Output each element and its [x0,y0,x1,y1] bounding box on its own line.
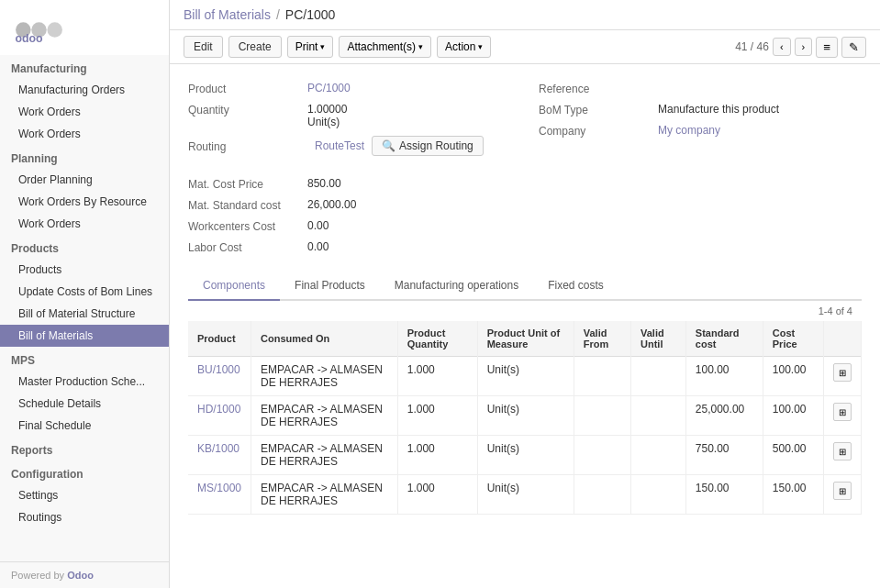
action-dropdown[interactable]: Action ▾ [437,36,491,58]
company-link[interactable]: My company [658,124,720,137]
sidebar-item-order-planning[interactable]: Order Planning [0,169,169,191]
quantity-label: Quantity [188,103,307,116]
cell-uom-0: Unit(s) [477,357,574,396]
breadcrumb: Bill of Materials / PC/1000 [184,7,335,22]
pagination: 41 / 46 ‹ › ≡ ✎ [735,37,866,58]
product-link-0[interactable]: BU/1000 [197,363,240,376]
table-row: HD/1000 EMPACAR -> ALMASEN DE HERRAJES 1… [188,396,862,436]
cell-cost-price-0: 100.00 [763,357,823,396]
sidebar-item-manufacturing-orders[interactable]: Manufacturing Orders [0,79,169,101]
edit-button[interactable]: Edit [184,36,223,58]
cell-consumed-on-2: EMPACAR -> ALMASEN DE HERRAJES [251,436,398,475]
cell-valid-until-0 [631,357,686,396]
sidebar-item-work-orders-1[interactable]: Work Orders [0,101,169,123]
cell-quantity-3: 1.000 [397,475,477,515]
assign-routing-label: Assign Routing [399,139,473,152]
quantity-field-row: Quantity 1.00000 Unit(s) [188,99,511,132]
pagination-next-button[interactable]: › [795,38,813,56]
product-link-1[interactable]: HD/1000 [197,403,240,416]
cell-actions-1: ⊞ [823,396,861,436]
table-header-row: Product Consumed On Product Quantity Pro… [188,321,862,357]
quantity-number: 1.00000 [307,103,347,116]
routing-field-row: Routing RouteTest 🔍 Assign Routing [188,132,511,160]
cell-actions-3: ⊞ [823,475,861,515]
sidebar-item-final-schedule[interactable]: Final Schedule [0,415,169,437]
tab-components[interactable]: Components [188,272,280,301]
form-area: Product PC/1000 Quantity 1.00000 Unit(s) [170,64,880,588]
list-view-button[interactable]: ≡ [816,37,838,58]
cell-cost-price-1: 100.00 [763,396,823,436]
odoo-logo: odoo [14,14,155,46]
table-row: KB/1000 EMPACAR -> ALMASEN DE HERRAJES 1… [188,436,862,475]
tab-fixed-costs[interactable]: Fixed costs [533,272,618,301]
sidebar-item-update-costs[interactable]: Update Costs of Bom Lines [0,281,169,303]
table-row: MS/1000 EMPACAR -> ALMASEN DE HERRAJES 1… [188,475,862,515]
cell-valid-from-2 [574,436,630,475]
sidebar-item-work-orders-2[interactable]: Work Orders [0,123,169,145]
sidebar-item-schedule-details[interactable]: Schedule Details [0,393,169,415]
sidebar-item-master-production[interactable]: Master Production Sche... [0,371,169,393]
assign-routing-button[interactable]: 🔍 Assign Routing [372,136,484,156]
attachments-label: Attachment(s) [347,40,416,53]
labor-cost-row: Labor Cost 0.00 [188,237,862,258]
tab-manufacturing-operations[interactable]: Manufacturing operations [380,272,533,301]
routing-link[interactable]: RouteTest [315,139,364,152]
sidebar-section-planning: Planning [0,145,169,169]
cell-valid-from-1 [574,396,630,436]
action-label: Action [445,40,475,53]
col-product: Product [188,321,251,357]
product-link[interactable]: PC/1000 [307,82,351,94]
toolbar: Edit Create Print ▾ Attachment(s) ▾ Acti… [170,30,880,64]
pagination-prev-button[interactable]: ‹ [773,38,791,56]
tab-final-products[interactable]: Final Products [280,272,380,301]
row-action-btn-1[interactable]: ⊞ [833,403,852,421]
product-link-3[interactable]: MS/1000 [197,482,241,494]
sidebar-item-bom-structure[interactable]: Bill of Material Structure [0,303,169,325]
edit-view-button[interactable]: ✎ [841,37,866,58]
attachments-dropdown[interactable]: Attachment(s) ▾ [339,36,431,58]
workcenters-cost-row: Workcenters Cost 0.00 [188,216,862,237]
create-button[interactable]: Create [228,36,282,58]
labor-cost-label: Labor Cost [188,240,307,254]
breadcrumb-separator: / [276,7,280,22]
sidebar-logo-area: odoo [0,0,169,55]
sidebar-item-work-orders-by-resource[interactable]: Work Orders By Resource [0,191,169,213]
col-cost-price: Cost Price [763,321,823,357]
routing-label: Routing [188,139,307,153]
cell-actions-2: ⊞ [823,436,861,475]
cell-valid-until-3 [631,475,686,515]
cell-cost-price-3: 150.00 [763,475,823,515]
bom-type-value: Manufacture this product [658,103,779,116]
print-dropdown[interactable]: Print ▾ [287,36,334,58]
row-action-btn-2[interactable]: ⊞ [833,442,852,460]
col-actions [823,321,861,357]
top-header: Bill of Materials / PC/1000 [170,0,880,30]
col-standard-cost: Standard cost [685,321,763,357]
table-row: BU/1000 EMPACAR -> ALMASEN DE HERRAJES 1… [188,357,862,396]
svg-point-2 [47,22,62,38]
product-link-2[interactable]: KB/1000 [197,442,239,455]
row-action-btn-3[interactable]: ⊞ [833,482,852,500]
mat-standard-cost-label: Mat. Standard cost [188,198,307,212]
sidebar-item-routings[interactable]: Routings [0,506,169,528]
product-value: PC/1000 [307,82,351,94]
cell-product-1: HD/1000 [188,396,251,436]
labor-cost-value: 0.00 [307,240,329,253]
breadcrumb-parent[interactable]: Bill of Materials [184,7,271,22]
cell-quantity-0: 1.000 [397,357,477,396]
cell-consumed-on-1: EMPACAR -> ALMASEN DE HERRAJES [251,396,398,436]
cell-product-0: BU/1000 [188,357,251,396]
cell-valid-from-3 [574,475,630,515]
row-action-btn-0[interactable]: ⊞ [833,363,852,382]
sidebar-item-settings[interactable]: Settings [0,484,169,506]
sidebar-item-products[interactable]: Products [0,259,169,281]
col-valid-until: Valid Until [631,321,686,357]
sidebar-item-work-orders-3[interactable]: Work Orders [0,213,169,235]
search-icon: 🔍 [382,139,395,152]
cell-consumed-on-3: EMPACAR -> ALMASEN DE HERRAJES [251,475,398,515]
odoo-brand: Odoo [67,570,94,581]
sidebar-item-bill-of-materials[interactable]: Bill of Materials [0,325,169,347]
col-consumed-on: Consumed On [251,321,398,357]
cell-standard-cost-2: 750.00 [685,436,763,475]
cell-product-2: KB/1000 [188,436,251,475]
